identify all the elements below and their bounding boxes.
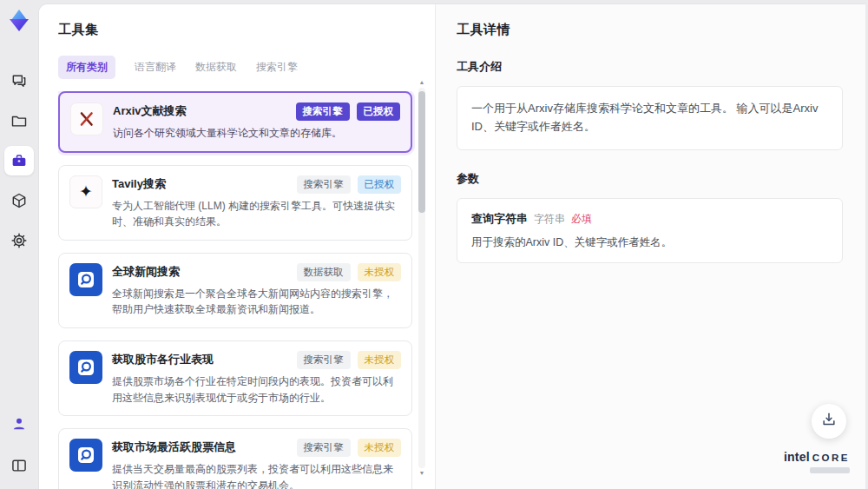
sidebar-item-chat[interactable] (4, 66, 34, 96)
auth-badge: 已授权 (357, 102, 401, 121)
auth-badge: 未授权 (358, 439, 402, 457)
category-badge: 数据获取 (297, 263, 351, 281)
detail-title: 工具详情 (457, 22, 843, 38)
category-badge: 搜索引擎 (296, 102, 350, 121)
category-badge: 搜索引擎 (297, 439, 351, 457)
parameter-box: 查询字符串 字符串 必填 用于搜索的Arxiv ID、关键字或作者姓名。 (457, 198, 843, 264)
news-search-icon (69, 263, 102, 296)
tab-translation[interactable]: 语言翻译 (135, 56, 176, 79)
tool-card-sector-performance[interactable]: 获取股市各行业表现 搜索引擎 未授权 提供股票市场各个行业在特定时间段内的表现。… (58, 340, 412, 416)
layout-panel-icon (10, 457, 28, 474)
cube-icon (10, 192, 28, 209)
tool-list-panel: 工具集 所有类别 语言翻译 数据获取 搜索引擎 Arxiv文献搜索 (39, 4, 435, 489)
page-title: 工具集 (58, 22, 428, 38)
tool-card-arxiv[interactable]: Arxiv文献搜索 搜索引擎 已授权 访问各个研究领域大量科学论文和文章的存储库… (58, 91, 412, 153)
tool-card-global-news[interactable]: 全球新闻搜索 数据获取 未授权 全球新闻搜索是一个聚合全球各大新闻网站内容的搜索… (58, 253, 412, 328)
tool-title: Arxiv文献搜索 (113, 102, 187, 119)
scrollbar-track[interactable] (418, 88, 425, 468)
tavily-star-icon: ✦ (69, 175, 102, 208)
tool-description: 提供当天交易量最高的股票列表，投资者可以利用这些信息来识别流动性强的股票和潜在的… (112, 461, 401, 489)
gear-icon (10, 232, 28, 249)
rail-bottom (4, 409, 34, 480)
brand-intel-text: intel (784, 450, 810, 464)
params-section-title: 参数 (457, 171, 843, 187)
briefcase-icon (10, 152, 28, 169)
auth-badge: 已授权 (358, 175, 402, 194)
list-scrollbar[interactable]: ▲ ▼ (418, 79, 426, 477)
content-frame: 工具集 所有类别 语言翻译 数据获取 搜索引擎 Arxiv文献搜索 (38, 0, 868, 489)
arxiv-logo-icon (70, 102, 103, 135)
sidebar-item-packages[interactable] (4, 186, 34, 215)
tool-description: 提供股票市场各个行业在特定时间段内的表现。投资者可以利用这些信息来识别表现优于或… (112, 373, 401, 406)
tool-title: 全球新闻搜索 (112, 263, 180, 280)
brand-sub-mark (810, 467, 850, 473)
tool-title: Tavily搜索 (112, 175, 166, 192)
sidebar-item-settings[interactable] (4, 226, 34, 255)
intel-core-logo: intelCORE (784, 449, 850, 473)
tool-card-tavily[interactable]: ✦ Tavily搜索 搜索引擎 已授权 专为人工智能代理 (LLM) 构建的搜索… (58, 165, 412, 241)
sidebar-item-collapse[interactable] (4, 451, 34, 480)
rail-nav (4, 66, 34, 255)
tool-detail-panel: 工具详情 工具介绍 一个用于从Arxiv存储库搜索科学论文和文章的工具。 输入可… (435, 4, 865, 489)
tab-all-categories[interactable]: 所有类别 (58, 56, 115, 79)
tool-title: 获取市场最活跃股票信息 (112, 439, 236, 455)
auth-badge: 未授权 (358, 351, 402, 369)
scroll-down-icon[interactable]: ▼ (419, 470, 425, 477)
tool-title: 获取股市各行业表现 (112, 351, 214, 367)
sidebar-item-tools[interactable] (4, 146, 34, 175)
scroll-up-icon[interactable]: ▲ (419, 79, 425, 86)
tool-card-list: Arxiv文献搜索 搜索引擎 已授权 访问各个研究领域大量科学论文和文章的存储库… (58, 91, 428, 489)
scrollbar-thumb[interactable] (418, 91, 425, 213)
tool-card-active-stocks[interactable]: 获取市场最活跃股票信息 搜索引擎 未授权 提供当天交易量最高的股票列表，投资者可… (58, 428, 412, 489)
category-tabs: 所有类别 语言翻译 数据获取 搜索引擎 (58, 56, 428, 79)
chat-icon (10, 72, 28, 89)
tab-search-engine[interactable]: 搜索引擎 (256, 56, 298, 79)
param-name: 查询字符串 (471, 211, 528, 227)
tool-description: 全球新闻搜索是一个聚合全球各大新闻网站内容的搜索引擎，帮助用户快速获取全球最新资… (112, 286, 401, 318)
content-window: 工具集 所有类别 语言翻译 数据获取 搜索引擎 Arxiv文献搜索 (38, 3, 865, 489)
app-rail (0, 0, 38, 489)
download-icon (820, 411, 838, 432)
intro-section-title: 工具介绍 (457, 59, 843, 75)
folder-icon (10, 112, 28, 129)
user-icon (10, 415, 28, 433)
stock-search-icon (69, 439, 102, 472)
sidebar-item-account[interactable] (4, 409, 34, 439)
brand-core-text: CORE (812, 453, 850, 463)
param-description: 用于搜索的Arxiv ID、关键字或作者姓名。 (471, 235, 828, 251)
app-logo (5, 7, 33, 35)
sidebar-item-files[interactable] (4, 106, 34, 135)
category-badge: 搜索引擎 (297, 175, 351, 194)
param-required-flag: 必填 (571, 212, 592, 227)
tool-description: 访问各个研究领域大量科学论文和文章的存储库。 (113, 125, 400, 142)
category-badge: 搜索引擎 (297, 351, 351, 369)
tool-intro-box: 一个用于从Arxiv存储库搜索科学论文和文章的工具。 输入可以是Arxiv ID… (457, 86, 843, 150)
download-button[interactable] (812, 404, 846, 439)
tab-data-fetch[interactable]: 数据获取 (195, 56, 237, 79)
param-type: 字符串 (534, 212, 565, 227)
stock-search-icon (69, 351, 102, 384)
auth-badge: 未授权 (358, 263, 402, 281)
tool-description: 专为人工智能代理 (LLM) 构建的搜索引擎工具。可快速提供实时、准确和真实的结… (112, 198, 401, 230)
